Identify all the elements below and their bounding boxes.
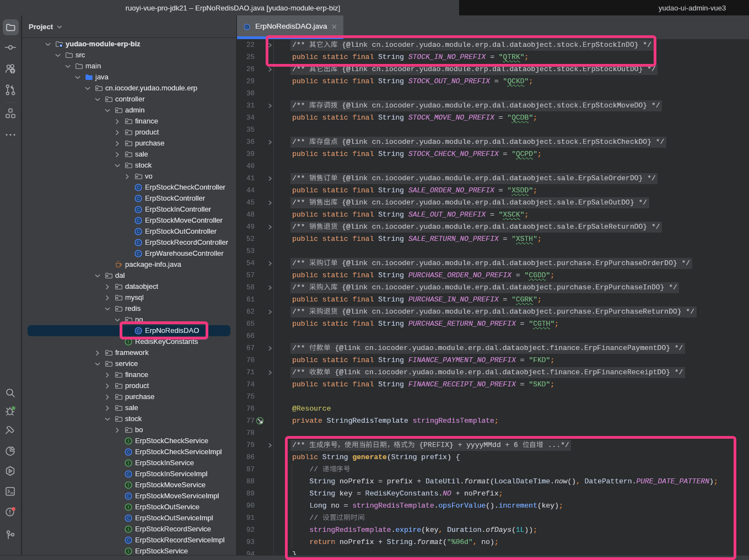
svg-text:C: C xyxy=(245,25,249,30)
svg-text:?: ? xyxy=(11,69,14,74)
